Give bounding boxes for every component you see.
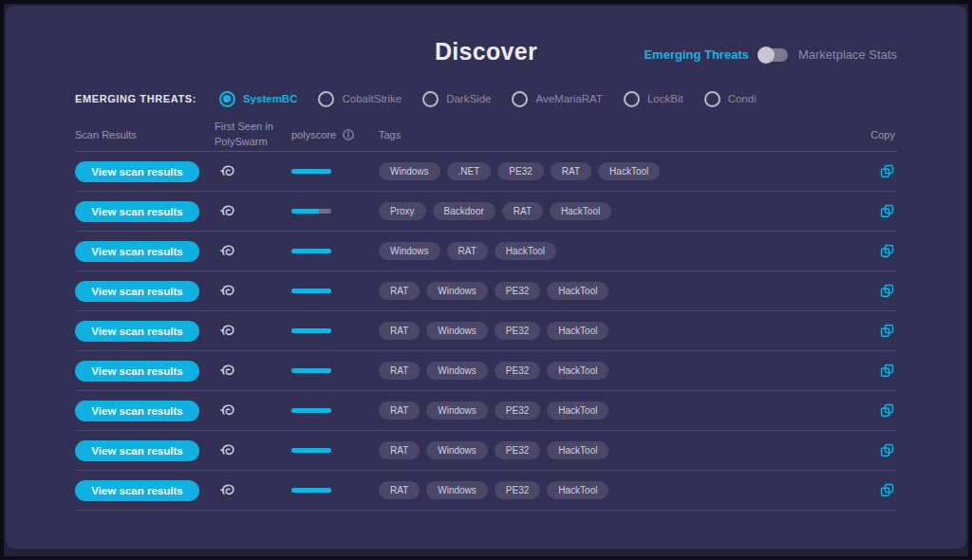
polyswarm-icon[interactable] [218,362,236,380]
polyscore-header-label: polyscore [291,129,336,140]
polyswarm-icon[interactable] [218,242,236,260]
threat-filter-label: AveMariaRAT [535,93,603,104]
tag: RAT [379,441,420,459]
tag: RAT [447,242,488,260]
page-header: Discover Emerging Threats Marketplace St… [75,6,897,80]
polyscore-bar-fill [291,488,331,493]
threat-filter-option-systembc[interactable]: SystemBC [219,91,298,107]
copy-icon[interactable] [879,163,895,179]
threat-filter-label: CobaltStrike [342,93,402,104]
polyscore-bar [291,368,331,373]
copy-icon[interactable] [879,243,895,259]
tag: Windows [426,481,488,499]
copy-icon[interactable] [879,442,895,458]
tag: Windows [426,362,488,380]
threat-filter-option-lockbit[interactable]: LockBit [624,91,683,107]
tags-cell: RATWindowsPE32HackTool [379,362,859,380]
view-scan-results-button[interactable]: View scan results [75,321,199,342]
polyswarm-icon[interactable] [218,401,236,420]
polyswarm-icon[interactable] [218,282,236,300]
view-scan-results-button[interactable]: View scan results [75,281,199,302]
tag: Windows [426,322,488,340]
table-row: View scan results ProxyBackdoorRATHackTo… [75,192,897,232]
tag: Windows [426,282,488,300]
threat-filter-option-cobaltstrike[interactable]: CobaltStrike [318,91,402,107]
tag: PE32 [495,282,540,300]
polyscore-bar [291,249,331,253]
tag: HackTool [547,401,608,420]
view-scan-results-button[interactable]: View scan results [75,361,199,382]
polyscore-bar-fill [291,249,331,253]
threat-filter-option-darkside[interactable]: DarkSide [422,91,491,107]
col-header-tags: Tags [379,129,859,140]
polyswarm-icon[interactable] [218,441,236,459]
tag: RAT [379,282,420,300]
view-scan-results-button[interactable]: View scan results [75,241,199,262]
view-toggle-switch[interactable] [759,48,788,62]
view-scan-results-button[interactable]: View scan results [75,440,199,461]
polyswarm-icon[interactable] [218,322,236,340]
threat-filter-option-avemariarat[interactable]: AveMariaRAT [512,91,603,107]
col-header-polyscore: polyscore [289,128,379,141]
polyswarm-icon[interactable] [218,481,236,499]
polyscore-bar [291,408,331,413]
tag: Backdoor [433,202,495,220]
tag: HackTool [547,362,608,380]
polyswarm-icon[interactable] [218,162,236,180]
polyscore-bar-fill [291,209,319,214]
threat-filter-row: EMERGING THREATS: SystemBC CobaltStrike … [75,80,897,118]
copy-icon[interactable] [879,363,895,379]
table-row: View scan results WindowsRATHackTool [75,232,897,271]
col-header-first-seen: First Seen in PolySwarm [215,120,292,150]
tag: HackTool [550,202,611,220]
copy-icon[interactable] [879,323,895,339]
tag: PE32 [495,481,540,499]
table-header: Scan Results First Seen in PolySwarm pol… [75,118,897,152]
copy-icon[interactable] [879,482,895,498]
tag: HackTool [598,162,660,180]
copy-icon[interactable] [879,203,895,219]
view-scan-results-button[interactable]: View scan results [75,161,199,182]
table-body: View scan results Windows.NETPE32RATHack… [75,152,897,511]
threat-filter-option-condi[interactable]: Condi [704,91,757,107]
tag: PE32 [495,441,540,459]
polyscore-bar-fill [291,328,331,333]
tags-cell: RATWindowsPE32HackTool [379,481,859,499]
copy-icon[interactable] [879,402,895,419]
radio-icon [624,91,640,107]
polyscore-bar-fill [291,289,331,293]
info-icon[interactable] [342,128,355,141]
threat-filter-label: Condi [728,93,757,104]
tags-cell: RATWindowsPE32HackTool [379,441,859,459]
threat-filter-options: SystemBC CobaltStrike DarkSide AveMariaR… [219,91,757,107]
polyscore-bar-fill [291,408,331,413]
view-toggle-group: Emerging Threats Marketplace Stats [644,47,897,62]
polyscore-bar-fill [291,368,331,373]
view-scan-results-button[interactable]: View scan results [75,480,199,501]
tag: HackTool [547,441,608,459]
view-scan-results-button[interactable]: View scan results [75,201,199,222]
tags-cell: RATWindowsPE32HackTool [379,401,859,420]
emerging-threats-toggle-label[interactable]: Emerging Threats [644,47,749,62]
tag: RAT [379,481,420,499]
tag: HackTool [495,242,556,260]
tag: PE32 [495,362,540,380]
copy-icon[interactable] [879,283,895,299]
page-title: Discover [435,38,537,65]
col-header-copy: Copy [859,129,897,140]
threat-filter-label: DarkSide [446,93,491,104]
tags-cell: Windows.NETPE32RATHackTool [379,162,859,180]
polyscore-bar-fill [291,169,331,174]
marketplace-stats-toggle-label[interactable]: Marketplace Stats [798,47,897,62]
radio-icon [318,91,334,107]
table-row: View scan results RATWindowsPE32HackTool [75,351,897,391]
view-scan-results-button[interactable]: View scan results [75,401,199,421]
tag: HackTool [547,282,608,300]
polyscore-bar [291,448,331,453]
polyscore-bar [291,289,331,293]
threat-filter-title: EMERGING THREATS: [75,93,196,104]
radio-icon [422,91,439,107]
polyswarm-icon[interactable] [218,202,236,220]
tag: PE32 [497,162,543,180]
radio-icon [219,91,235,107]
